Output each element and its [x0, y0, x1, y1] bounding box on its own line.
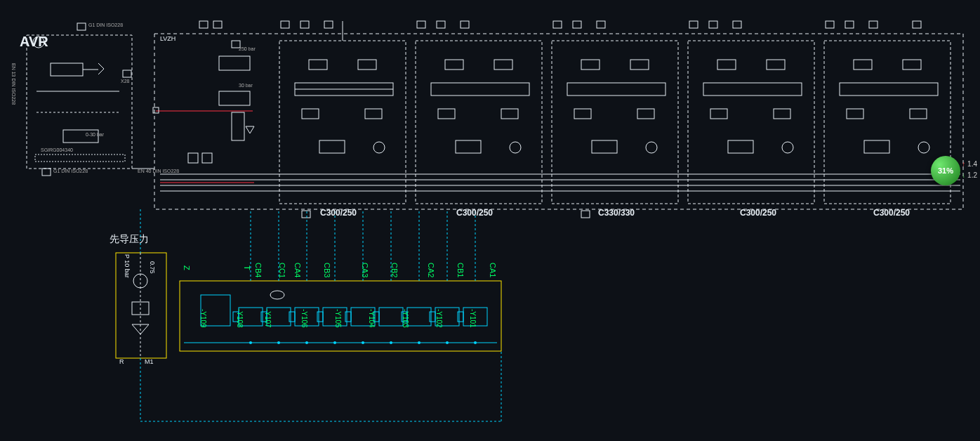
svg-rect-33 — [302, 109, 319, 119]
svg-rect-50 — [417, 21, 425, 28]
svg-rect-31 — [309, 60, 327, 70]
svg-rect-6 — [35, 154, 125, 162]
coil-1: -Y108 — [236, 309, 244, 328]
svg-rect-45 — [494, 60, 512, 70]
svg-rect-67 — [717, 60, 736, 70]
svg-point-60 — [646, 142, 657, 153]
stat-down: ↓ 1.2 — [962, 171, 977, 179]
svg-rect-112 — [458, 312, 463, 322]
section-4-label: C300/250 — [873, 208, 910, 218]
svg-rect-9 — [123, 70, 131, 77]
svg-rect-68 — [767, 60, 785, 70]
manifold-lvzh: LVZH — [160, 35, 176, 42]
pilot-acc: 0.75 — [149, 261, 156, 274]
coil-2: -Y107 — [264, 309, 272, 328]
svg-rect-14 — [213, 21, 222, 28]
coil-6: -Y103 — [402, 309, 409, 328]
port-3: CB3 — [323, 263, 331, 277]
svg-rect-27 — [202, 153, 212, 163]
svg-rect-24 — [219, 91, 250, 105]
svg-rect-1 — [51, 63, 83, 76]
svg-rect-84 — [826, 21, 834, 28]
svg-rect-8 — [42, 169, 51, 176]
port-6: CA2 — [427, 263, 435, 277]
svg-rect-56 — [630, 60, 649, 70]
coil-4: -Y105 — [334, 309, 342, 328]
svg-rect-42 — [416, 41, 542, 204]
svg-rect-86 — [869, 21, 878, 28]
svg-rect-58 — [637, 109, 654, 119]
pilot-title: 先导压力 — [110, 233, 149, 246]
valve-z: Z — [183, 265, 191, 270]
svg-rect-26 — [188, 153, 198, 163]
pilot-p: P 10 bar — [124, 254, 131, 278]
svg-rect-40 — [324, 21, 333, 28]
pilot-r: R — [119, 358, 124, 365]
coil-8: -Y101 — [469, 309, 477, 328]
svg-point-119 — [362, 341, 364, 344]
svg-rect-61 — [553, 21, 562, 28]
avr-title: AVR — [20, 34, 48, 50]
svg-point-123 — [474, 341, 477, 344]
svg-rect-62 — [573, 21, 581, 28]
coil-3: -Y106 — [300, 309, 308, 328]
section-0-label: C300/250 — [320, 208, 357, 218]
manifold-p1: 30 bar — [239, 83, 253, 88]
perf-badge[interactable]: 31% — [931, 156, 960, 185]
section-3-label: C300/250 — [740, 208, 776, 218]
svg-rect-64 — [581, 211, 590, 218]
svg-rect-82 — [864, 140, 889, 153]
avr-part-no: SGIRG004340 — [41, 147, 73, 152]
svg-rect-34 — [365, 109, 382, 119]
svg-rect-22 — [153, 107, 159, 113]
svg-point-118 — [333, 341, 336, 344]
svg-rect-85 — [845, 21, 854, 28]
svg-rect-28 — [279, 41, 406, 204]
svg-point-115 — [249, 341, 252, 344]
svg-rect-69 — [710, 109, 727, 119]
manifold-cn: EN 40 DIN ISO228 — [138, 169, 179, 173]
svg-point-72 — [782, 142, 793, 153]
port-2: CA4 — [293, 263, 302, 277]
svg-rect-65 — [688, 41, 814, 204]
svg-rect-106 — [289, 312, 295, 322]
section-1-label: C300/250 — [456, 208, 493, 218]
svg-rect-46 — [438, 109, 455, 119]
svg-rect-7 — [77, 23, 86, 30]
svg-rect-51 — [437, 21, 445, 28]
svg-rect-53 — [552, 41, 678, 204]
svg-rect-12 — [154, 34, 963, 209]
svg-rect-74 — [709, 21, 717, 28]
section-2-label: C330/330 — [598, 208, 635, 218]
port-7: CB1 — [456, 263, 465, 277]
svg-point-49 — [510, 142, 521, 153]
port-1: CC1 — [278, 263, 286, 278]
valve-t: T — [243, 265, 251, 270]
svg-rect-87 — [913, 21, 921, 28]
svg-rect-38 — [281, 21, 289, 28]
svg-rect-13 — [199, 21, 208, 28]
svg-rect-70 — [774, 109, 790, 119]
svg-point-120 — [390, 341, 392, 344]
svg-rect-41 — [302, 211, 310, 218]
manifold-p2: 250 bar — [239, 46, 256, 51]
svg-rect-35 — [319, 140, 345, 153]
svg-rect-108 — [345, 312, 351, 322]
svg-point-113 — [270, 291, 284, 299]
svg-rect-100 — [379, 308, 403, 326]
svg-rect-73 — [689, 21, 698, 28]
svg-point-117 — [305, 341, 308, 344]
svg-point-121 — [418, 341, 421, 344]
svg-rect-111 — [430, 312, 435, 322]
svg-rect-77 — [840, 83, 938, 96]
cad-canvas[interactable]: { "badge": {"percent": "31%"}, "stats": … — [0, 0, 980, 441]
svg-rect-55 — [581, 60, 600, 70]
svg-rect-80 — [847, 109, 863, 119]
svg-rect-75 — [733, 21, 741, 28]
svg-rect-78 — [854, 60, 872, 70]
port-8: CA1 — [489, 263, 497, 277]
svg-rect-79 — [903, 60, 921, 70]
svg-rect-81 — [910, 109, 927, 119]
schematic-lines — [0, 0, 980, 441]
svg-rect-52 — [461, 21, 469, 28]
